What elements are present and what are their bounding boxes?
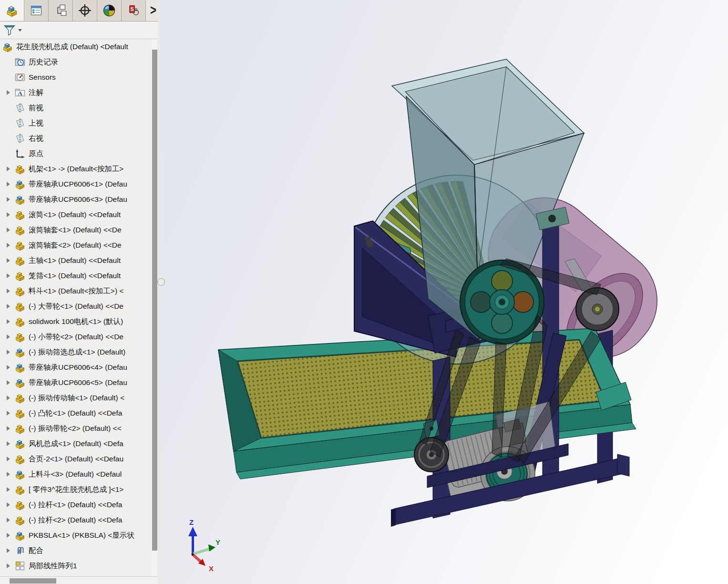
expand-arrow-icon[interactable] — [2, 365, 14, 370]
expand-arrow-icon[interactable] — [2, 212, 14, 217]
tree-item-滚筒轴套-2-Default-De[interactable]: 滚筒轴套<2> (Default) <<De — [0, 238, 152, 253]
part-icon — [14, 331, 26, 343]
tree-item-右视[interactable]: 右视 — [0, 131, 152, 146]
y-axis-label: Y — [215, 538, 220, 546]
expand-arrow-icon[interactable] — [2, 518, 14, 522]
tree-item-配合[interactable]: 配合 — [0, 543, 152, 558]
pattern-icon — [14, 560, 26, 572]
expand-arrow-icon[interactable] — [2, 411, 14, 416]
panel-tab-cam-manager[interactable]: S — [122, 0, 146, 21]
tree-vertical-scrollbar[interactable] — [152, 39, 158, 576]
tree-item-label: 注解 — [29, 88, 43, 98]
graphics-viewport[interactable]: Z Y X — [161, 0, 728, 584]
tree-item-label: 主轴<1> (Default) <<Default — [29, 256, 121, 266]
expand-arrow-icon[interactable] — [2, 334, 14, 339]
tree-item-局部线性阵列1[interactable]: 局部线性阵列1 — [0, 558, 152, 574]
tree-item-历史记录[interactable]: 历史记录 — [0, 54, 152, 70]
panel-tab-propertymanager[interactable] — [24, 0, 49, 21]
expand-arrow-icon[interactable] — [2, 533, 14, 538]
part-icon — [14, 423, 26, 434]
tree-item-上料斗-3-Default-Defaul[interactable]: 上料斗<3> (Default) <Defaul — [0, 467, 152, 482]
tree-item--大带轮-1-Default-De[interactable]: (-) 大带轮<1> (Default) <<De — [0, 299, 152, 314]
tree-item-带座轴承UCP6006-4-Defau[interactable]: 带座轴承UCP6006<4> (Defau — [0, 360, 152, 375]
expand-arrow-icon[interactable] — [2, 426, 14, 431]
expand-arrow-icon[interactable] — [2, 197, 14, 202]
tree-item-PKBSLA-1-PKBSLA-显示状[interactable]: PKBSLA<1> (PKBSLA) <显示状 — [0, 528, 152, 543]
tree-item-label: Sensors — [29, 73, 56, 82]
tree-horizontal-scrollbar-thumb[interactable] — [10, 578, 56, 584]
feature-tree[interactable]: 花生脱壳机总成 (Default) <Default历史记录SensorsA注解… — [0, 39, 152, 576]
tree-item-label: 配合 — [29, 546, 43, 556]
tree-item-label: 右视 — [29, 134, 43, 144]
expand-arrow-icon[interactable] — [2, 243, 14, 248]
filter-funnel-icon — [2, 23, 17, 37]
history-icon — [14, 56, 26, 68]
expand-arrow-icon[interactable] — [2, 548, 14, 553]
expand-arrow-icon[interactable] — [2, 273, 14, 278]
panel-tab-dimxpertmanager[interactable] — [73, 0, 97, 21]
tree-item--凸轮-1-Default-Defa[interactable]: (-) 凸轮<1> (Default) <<Defa — [0, 406, 152, 421]
tree-item--振动筛选总成-1-Default-[interactable]: (-) 振动筛选总成<1> (Default) — [0, 344, 152, 360]
assembly-icon — [14, 362, 26, 373]
tree-horizontal-scrollbar[interactable] — [0, 576, 161, 584]
expand-arrow-icon[interactable] — [2, 90, 14, 95]
expand-arrow-icon[interactable] — [2, 502, 14, 507]
tree-item-主轴-1-Default-Default[interactable]: 主轴<1> (Default) <<Default — [0, 253, 152, 268]
tree-item-花生脱壳机总成-Default-Default[interactable]: 花生脱壳机总成 (Default) <Default — [0, 39, 152, 54]
tree-item--振动传动轴-1-Default-[interactable]: (-) 振动传动轴<1> (Default) < — [0, 390, 152, 406]
tree-item-label: (-) 凸轮<1> (Default) <<Defa — [29, 408, 122, 418]
expand-arrow-icon[interactable] — [2, 167, 14, 171]
tree-item-solidwork-100电机-1-默认-[interactable]: solidwork 100电机<1> (默认) — [0, 314, 152, 329]
tree-item-带座轴承UCP6006-3-Defau[interactable]: 带座轴承UCP6006<3> (Defau — [0, 192, 152, 207]
tree-item-原点[interactable]: 原点 — [0, 146, 152, 161]
tree-item--振动带轮-2-Default-[interactable]: (-) 振动带轮<2> (Default) << — [0, 421, 152, 436]
expand-arrow-icon[interactable] — [2, 563, 14, 568]
expand-arrow-icon[interactable] — [2, 441, 14, 446]
panel-tab-displaymanager[interactable] — [97, 0, 122, 21]
tree-vertical-scrollbar-thumb[interactable] — [152, 50, 157, 551]
tree-item-上视[interactable]: 上视 — [0, 115, 152, 131]
tree-item--拉杆-1-Default-Defa[interactable]: (-) 拉杆<1> (Default) <<Defa — [0, 497, 152, 512]
expand-arrow-icon[interactable] — [2, 258, 14, 263]
tree-item-笼筛-1-Default-Default[interactable]: 笼筛<1> (Default) <<Default — [0, 268, 152, 283]
tree-item-带座轴承UCP6006-5-Defau[interactable]: 带座轴承UCP6006<5> (Defau — [0, 375, 152, 390]
tree-item-料斗-1-Default-按加工-[interactable]: 料斗<1> (Default<按加工>) < — [0, 283, 152, 299]
tree-item-机架-1-Default-按加工-[interactable]: 机架<1> -> (Default<按加工> — [0, 161, 152, 177]
tree-item-合页-2-1-Default-Defau[interactable]: 合页-2<1> (Default) <<Defau — [0, 451, 152, 467]
tree-item-滚筒轴套-1-Default-De[interactable]: 滚筒轴套<1> (Default) <<De — [0, 222, 152, 238]
tree-item-label: 带座轴承UCP6006<1> (Defau — [29, 179, 127, 189]
expand-arrow-icon[interactable] — [2, 472, 14, 477]
annotations-icon: A — [14, 87, 26, 98]
svg-text:A: A — [18, 90, 22, 97]
tree-item-label: 带座轴承UCP6006<5> (Defau — [29, 378, 127, 388]
expand-arrow-icon[interactable] — [2, 304, 14, 309]
expand-arrow-icon[interactable] — [2, 319, 14, 324]
tree-item--小带轮-2-Default-De[interactable]: (-) 小带轮<2> (Default) <<De — [0, 329, 152, 344]
tree-item-风机总成-1-Default-Defa[interactable]: 风机总成<1> (Default) <Defa — [0, 436, 152, 451]
tree-item-滚筒-1-Default-Default[interactable]: 滚筒<1> (Default) <<Default — [0, 207, 152, 222]
expand-arrow-icon[interactable] — [2, 457, 14, 461]
expand-arrow-icon[interactable] — [2, 182, 14, 187]
expand-arrow-icon[interactable] — [2, 380, 14, 385]
tree-item--零件3-花生脱壳机总成-1-[interactable]: [ 零件3^花生脱壳机总成 ]<1> — [0, 482, 152, 497]
x-axis-label: X — [209, 564, 214, 573]
tree-item-label: solidwork 100电机<1> (默认) — [29, 317, 123, 327]
expand-arrow-icon[interactable] — [2, 289, 14, 293]
part-icon — [14, 407, 26, 419]
expand-arrow-icon[interactable] — [2, 487, 14, 492]
panel-tab-configurationmanager[interactable] — [49, 0, 73, 21]
filter-funnel-button[interactable] — [2, 23, 23, 37]
assembly-icon — [14, 469, 26, 480]
tree-item-前视[interactable]: 前视 — [0, 100, 152, 115]
tree-item-注解[interactable]: A注解 — [0, 85, 152, 100]
expand-arrow-icon[interactable] — [2, 396, 14, 400]
panel-splitter-handle[interactable] — [157, 278, 165, 286]
tree-item-带座轴承UCP6006-1-Defau[interactable]: 带座轴承UCP6006<1> (Defau — [0, 177, 152, 192]
tree-item--拉杆-2-Default-Defa[interactable]: (-) 拉杆<2> (Default) <<Defa — [0, 512, 152, 528]
tree-item-Sensors[interactable]: Sensors — [0, 70, 152, 85]
panel-tab-featuremanager-design-tree[interactable] — [0, 0, 24, 21]
expand-arrow-icon[interactable] — [2, 228, 14, 232]
filter-bar — [0, 21, 161, 39]
expand-arrow-icon[interactable] — [2, 350, 14, 355]
tree-item-label: [ 零件3^花生脱壳机总成 ]<1> — [29, 485, 123, 495]
